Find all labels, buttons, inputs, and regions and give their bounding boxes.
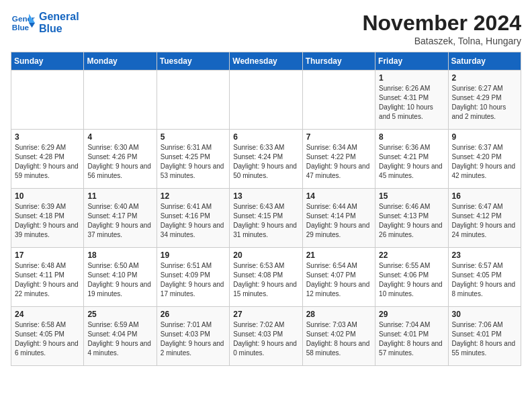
header-cell-tuesday: Tuesday	[157, 52, 229, 71]
day-number: 28	[306, 310, 371, 319]
day-number: 25	[87, 310, 152, 319]
day-number: 19	[161, 250, 226, 260]
day-number: 8	[379, 132, 444, 142]
day-number: 24	[15, 310, 80, 319]
day-cell: 26Sunrise: 7:01 AM Sunset: 4:03 PM Dayli…	[157, 307, 229, 366]
day-number: 6	[233, 132, 298, 142]
title-area: November 2024 Bataszek, Tolna, Hungary	[362, 11, 521, 46]
logo-general: General	[39, 11, 79, 23]
header: General Blue General Blue November 2024 …	[11, 11, 521, 46]
day-cell: 3Sunrise: 6:29 AM Sunset: 4:28 PM Daylig…	[11, 130, 84, 189]
day-cell	[84, 71, 157, 130]
day-cell	[157, 71, 229, 130]
day-cell	[230, 71, 302, 130]
day-info: Sunrise: 6:30 AM Sunset: 4:26 PM Dayligh…	[87, 143, 152, 181]
day-cell: 25Sunrise: 6:59 AM Sunset: 4:04 PM Dayli…	[84, 307, 157, 366]
day-info: Sunrise: 6:48 AM Sunset: 4:11 PM Dayligh…	[15, 261, 80, 299]
day-cell: 19Sunrise: 6:51 AM Sunset: 4:09 PM Dayli…	[157, 248, 229, 307]
day-info: Sunrise: 6:31 AM Sunset: 4:25 PM Dayligh…	[161, 143, 226, 181]
day-info: Sunrise: 6:46 AM Sunset: 4:13 PM Dayligh…	[379, 202, 444, 240]
header-cell-friday: Friday	[375, 52, 448, 71]
day-cell: 5Sunrise: 6:31 AM Sunset: 4:25 PM Daylig…	[157, 130, 229, 189]
month-title: November 2024	[362, 11, 521, 36]
day-info: Sunrise: 6:55 AM Sunset: 4:06 PM Dayligh…	[379, 261, 444, 299]
week-row-1: 3Sunrise: 6:29 AM Sunset: 4:28 PM Daylig…	[11, 130, 521, 189]
header-cell-sunday: Sunday	[11, 52, 84, 71]
day-info: Sunrise: 6:34 AM Sunset: 4:22 PM Dayligh…	[306, 143, 371, 181]
day-cell: 8Sunrise: 6:36 AM Sunset: 4:21 PM Daylig…	[375, 130, 448, 189]
day-number: 2	[452, 73, 517, 83]
day-cell: 16Sunrise: 6:47 AM Sunset: 4:12 PM Dayli…	[448, 189, 521, 248]
day-number: 4	[87, 132, 152, 142]
day-number: 30	[452, 310, 517, 319]
day-number: 27	[233, 310, 298, 319]
day-cell: 24Sunrise: 6:58 AM Sunset: 4:05 PM Dayli…	[11, 307, 84, 366]
day-number: 14	[306, 191, 371, 201]
svg-marker-3	[29, 23, 35, 28]
day-info: Sunrise: 7:01 AM Sunset: 4:03 PM Dayligh…	[161, 320, 226, 358]
day-cell: 10Sunrise: 6:39 AM Sunset: 4:18 PM Dayli…	[11, 189, 84, 248]
header-cell-wednesday: Wednesday	[230, 52, 302, 71]
day-cell: 9Sunrise: 6:37 AM Sunset: 4:20 PM Daylig…	[448, 130, 521, 189]
svg-text:Blue: Blue	[12, 23, 30, 32]
day-info: Sunrise: 7:06 AM Sunset: 4:01 PM Dayligh…	[452, 320, 517, 358]
day-cell: 27Sunrise: 7:02 AM Sunset: 4:03 PM Dayli…	[230, 307, 302, 366]
day-info: Sunrise: 7:04 AM Sunset: 4:01 PM Dayligh…	[379, 320, 444, 358]
day-cell: 30Sunrise: 7:06 AM Sunset: 4:01 PM Dayli…	[448, 307, 521, 366]
day-cell: 23Sunrise: 6:57 AM Sunset: 4:05 PM Dayli…	[448, 248, 521, 307]
day-number: 15	[379, 191, 444, 201]
calendar-body: 1Sunrise: 6:26 AM Sunset: 4:31 PM Daylig…	[11, 71, 521, 366]
day-info: Sunrise: 7:03 AM Sunset: 4:02 PM Dayligh…	[306, 320, 371, 358]
day-info: Sunrise: 6:51 AM Sunset: 4:09 PM Dayligh…	[161, 261, 226, 299]
day-cell: 14Sunrise: 6:44 AM Sunset: 4:14 PM Dayli…	[302, 189, 375, 248]
day-info: Sunrise: 6:33 AM Sunset: 4:24 PM Dayligh…	[233, 143, 298, 181]
week-row-4: 24Sunrise: 6:58 AM Sunset: 4:05 PM Dayli…	[11, 307, 521, 366]
logo-icon: General Blue	[11, 11, 35, 35]
day-info: Sunrise: 6:41 AM Sunset: 4:16 PM Dayligh…	[161, 202, 226, 240]
day-info: Sunrise: 6:44 AM Sunset: 4:14 PM Dayligh…	[306, 202, 371, 240]
day-number: 3	[15, 132, 80, 142]
day-info: Sunrise: 6:54 AM Sunset: 4:07 PM Dayligh…	[306, 261, 371, 299]
header-cell-saturday: Saturday	[448, 52, 521, 71]
day-cell: 1Sunrise: 6:26 AM Sunset: 4:31 PM Daylig…	[375, 71, 448, 130]
day-info: Sunrise: 6:39 AM Sunset: 4:18 PM Dayligh…	[15, 202, 80, 240]
day-info: Sunrise: 6:59 AM Sunset: 4:04 PM Dayligh…	[87, 320, 152, 358]
header-row: SundayMondayTuesdayWednesdayThursdayFrid…	[11, 52, 521, 71]
day-cell: 21Sunrise: 6:54 AM Sunset: 4:07 PM Dayli…	[302, 248, 375, 307]
day-number: 13	[233, 191, 298, 201]
day-cell: 4Sunrise: 6:30 AM Sunset: 4:26 PM Daylig…	[84, 130, 157, 189]
day-info: Sunrise: 6:36 AM Sunset: 4:21 PM Dayligh…	[379, 143, 444, 181]
logo: General Blue General Blue	[11, 11, 79, 35]
day-cell: 6Sunrise: 6:33 AM Sunset: 4:24 PM Daylig…	[230, 130, 302, 189]
subtitle: Bataszek, Tolna, Hungary	[362, 36, 521, 46]
day-number: 16	[452, 191, 517, 201]
day-cell: 18Sunrise: 6:50 AM Sunset: 4:10 PM Dayli…	[84, 248, 157, 307]
day-cell: 20Sunrise: 6:53 AM Sunset: 4:08 PM Dayli…	[230, 248, 302, 307]
day-number: 23	[452, 250, 517, 260]
week-row-3: 17Sunrise: 6:48 AM Sunset: 4:11 PM Dayli…	[11, 248, 521, 307]
day-cell: 17Sunrise: 6:48 AM Sunset: 4:11 PM Dayli…	[11, 248, 84, 307]
calendar-header: SundayMondayTuesdayWednesdayThursdayFrid…	[11, 52, 521, 71]
day-cell: 22Sunrise: 6:55 AM Sunset: 4:06 PM Dayli…	[375, 248, 448, 307]
day-number: 18	[87, 250, 152, 260]
day-number: 5	[161, 132, 226, 142]
day-info: Sunrise: 6:57 AM Sunset: 4:05 PM Dayligh…	[452, 261, 517, 299]
day-cell: 13Sunrise: 6:43 AM Sunset: 4:15 PM Dayli…	[230, 189, 302, 248]
day-cell: 7Sunrise: 6:34 AM Sunset: 4:22 PM Daylig…	[302, 130, 375, 189]
day-number: 21	[306, 250, 371, 260]
day-cell: 29Sunrise: 7:04 AM Sunset: 4:01 PM Dayli…	[375, 307, 448, 366]
calendar-table: SundayMondayTuesdayWednesdayThursdayFrid…	[11, 52, 521, 366]
day-info: Sunrise: 6:53 AM Sunset: 4:08 PM Dayligh…	[233, 261, 298, 299]
day-info: Sunrise: 6:40 AM Sunset: 4:17 PM Dayligh…	[87, 202, 152, 240]
day-info: Sunrise: 6:29 AM Sunset: 4:28 PM Dayligh…	[15, 143, 80, 181]
day-number: 11	[87, 191, 152, 201]
week-row-2: 10Sunrise: 6:39 AM Sunset: 4:18 PM Dayli…	[11, 189, 521, 248]
day-number: 7	[306, 132, 371, 142]
day-info: Sunrise: 6:50 AM Sunset: 4:10 PM Dayligh…	[87, 261, 152, 299]
day-number: 17	[15, 250, 80, 260]
day-number: 1	[379, 73, 444, 83]
day-info: Sunrise: 6:43 AM Sunset: 4:15 PM Dayligh…	[233, 202, 298, 240]
day-cell: 28Sunrise: 7:03 AM Sunset: 4:02 PM Dayli…	[302, 307, 375, 366]
day-cell	[11, 71, 84, 130]
day-info: Sunrise: 6:58 AM Sunset: 4:05 PM Dayligh…	[15, 320, 80, 358]
